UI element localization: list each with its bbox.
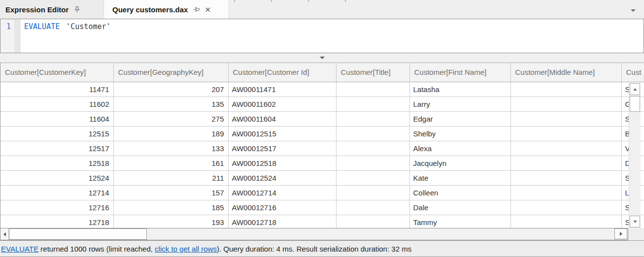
table-cell[interactable]: 189 bbox=[113, 126, 228, 141]
table-cell[interactable] bbox=[510, 200, 621, 215]
table-cell[interactable] bbox=[510, 141, 621, 156]
table-cell[interactable]: 12718 bbox=[0, 215, 113, 228]
table-cell[interactable] bbox=[510, 170, 621, 185]
table-cell[interactable]: Kate bbox=[409, 170, 510, 185]
column-header[interactable]: Customer[Middle Name] bbox=[510, 63, 621, 82]
ruler-tick bbox=[345, 0, 346, 2]
table-row: 12716185AW00012716DaleS bbox=[0, 200, 644, 215]
table-cell[interactable]: 275 bbox=[113, 111, 228, 126]
table-cell[interactable]: Colleen bbox=[409, 185, 510, 200]
table-cell[interactable]: 11604 bbox=[0, 111, 113, 126]
table-cell[interactable]: Dale bbox=[409, 200, 510, 215]
table-cell[interactable]: Alexa bbox=[409, 141, 510, 156]
close-icon[interactable]: ✕ bbox=[204, 6, 211, 13]
table-cell[interactable]: AW00012716 bbox=[228, 200, 336, 215]
table-reference-token: 'Customer' bbox=[66, 22, 110, 31]
table-row: 12524211AW00012524KateS bbox=[0, 170, 644, 185]
vertical-scrollbar[interactable] bbox=[629, 83, 641, 228]
table-cell[interactable]: 12716 bbox=[0, 200, 113, 215]
evaluate-link[interactable]: EVALUATE bbox=[1, 245, 38, 253]
tab-label: Query customers.dax bbox=[112, 5, 188, 14]
scroll-right-button[interactable] bbox=[614, 228, 627, 239]
column-header[interactable]: Customer[Customer Id] bbox=[228, 63, 336, 82]
get-all-rows-link[interactable]: click to get all rows bbox=[155, 245, 217, 253]
table-cell[interactable]: 211 bbox=[113, 170, 228, 185]
table-cell[interactable] bbox=[336, 156, 409, 170]
table-cell[interactable]: 157 bbox=[113, 185, 228, 200]
table-cell[interactable]: AW00011602 bbox=[228, 96, 336, 111]
table-cell[interactable] bbox=[336, 215, 409, 228]
table-cell[interactable]: Latasha bbox=[409, 82, 510, 96]
arrow-right-icon bbox=[620, 232, 622, 236]
code-editor[interactable]: 1 EVALUATE'Customer' bbox=[0, 19, 644, 53]
table-cell[interactable] bbox=[510, 185, 621, 200]
column-header[interactable]: Customer[Title] bbox=[336, 63, 409, 82]
table-cell[interactable]: 11471 bbox=[0, 82, 113, 96]
tab-bar: Expression Editor Query customers.dax ✕ bbox=[0, 0, 644, 19]
column-header[interactable]: Cust bbox=[621, 63, 644, 82]
ruler-tick bbox=[234, 0, 235, 2]
table-cell[interactable]: Edgar bbox=[409, 111, 510, 126]
horizontal-scrollbar[interactable] bbox=[0, 228, 644, 240]
table-cell[interactable]: AW00011471 bbox=[228, 82, 336, 96]
code-line[interactable]: EVALUATE'Customer' bbox=[21, 19, 111, 53]
scroll-left-button[interactable] bbox=[0, 228, 9, 240]
scroll-up-button[interactable] bbox=[630, 83, 640, 95]
table-cell[interactable]: 12518 bbox=[0, 156, 113, 170]
results-grid: Customer[CustomerKey]Customer[GeographyK… bbox=[0, 63, 644, 228]
table-cell[interactable] bbox=[336, 170, 409, 185]
tab-expression-editor[interactable]: Expression Editor bbox=[0, 0, 104, 19]
table-cell[interactable]: 133 bbox=[113, 141, 228, 156]
table-cell[interactable] bbox=[336, 111, 409, 126]
horizontal-scrollbar-thumb[interactable] bbox=[9, 228, 147, 240]
table-cell[interactable] bbox=[336, 82, 409, 96]
status-bar: EVALUATE returned 1000 rows (limit reach… bbox=[0, 240, 644, 257]
scroll-down-button[interactable] bbox=[630, 216, 640, 227]
table-cell[interactable] bbox=[510, 156, 621, 170]
table-cell[interactable] bbox=[336, 200, 409, 215]
table-cell[interactable] bbox=[336, 141, 409, 156]
table-cell[interactable] bbox=[510, 82, 621, 96]
collapse-arrow-icon bbox=[320, 57, 325, 59]
table-cell[interactable]: 185 bbox=[113, 200, 228, 215]
column-header[interactable]: Customer[GeographyKey] bbox=[113, 63, 228, 82]
horizontal-scrollbar-track[interactable] bbox=[0, 228, 628, 240]
column-header[interactable]: Customer[CustomerKey] bbox=[0, 63, 113, 82]
table-cell[interactable]: AW00012515 bbox=[228, 126, 336, 141]
pin-icon[interactable] bbox=[74, 6, 80, 13]
table-cell[interactable]: Tammy bbox=[409, 215, 510, 228]
table-cell[interactable]: 11602 bbox=[0, 96, 113, 111]
table-row: 11604275AW00011604EdgarS bbox=[0, 111, 644, 126]
table-cell[interactable]: 193 bbox=[113, 215, 228, 228]
table-cell[interactable] bbox=[336, 96, 409, 111]
table-cell[interactable]: 207 bbox=[113, 82, 228, 96]
table-cell[interactable]: Larry bbox=[409, 96, 510, 111]
table-cell[interactable]: AW00012718 bbox=[228, 215, 336, 228]
table-row: 12718193AW00012718TammyS bbox=[0, 215, 644, 228]
table-cell[interactable] bbox=[510, 126, 621, 141]
table-cell[interactable] bbox=[510, 96, 621, 111]
tab-query-customers-dax[interactable]: Query customers.dax ✕ bbox=[104, 0, 229, 19]
table-cell[interactable]: 12517 bbox=[0, 141, 113, 156]
chevron-down-icon[interactable] bbox=[631, 9, 636, 12]
table-cell[interactable]: AW00012524 bbox=[228, 170, 336, 185]
table-cell[interactable]: Shelby bbox=[409, 126, 510, 141]
pin-icon[interactable] bbox=[193, 6, 200, 13]
table-cell[interactable] bbox=[510, 215, 621, 228]
table-cell[interactable]: 161 bbox=[113, 156, 228, 170]
vertical-scrollbar-thumb[interactable] bbox=[630, 96, 640, 112]
table-cell[interactable]: 135 bbox=[113, 96, 228, 111]
splitter-handle[interactable] bbox=[0, 53, 644, 63]
column-header[interactable]: Customer[First Name] bbox=[409, 63, 510, 82]
table-cell[interactable] bbox=[336, 126, 409, 141]
table-cell[interactable]: 12524 bbox=[0, 170, 113, 185]
table-cell[interactable]: AW00012517 bbox=[228, 141, 336, 156]
table-cell[interactable] bbox=[336, 185, 409, 200]
table-cell[interactable]: 12515 bbox=[0, 126, 113, 141]
table-cell[interactable]: AW00011604 bbox=[228, 111, 336, 126]
table-cell[interactable]: AW00012714 bbox=[228, 185, 336, 200]
table-cell[interactable] bbox=[510, 111, 621, 126]
table-cell[interactable]: Jacquelyn bbox=[409, 156, 510, 170]
table-cell[interactable]: 12714 bbox=[0, 185, 113, 200]
table-cell[interactable]: AW00012518 bbox=[228, 156, 336, 170]
